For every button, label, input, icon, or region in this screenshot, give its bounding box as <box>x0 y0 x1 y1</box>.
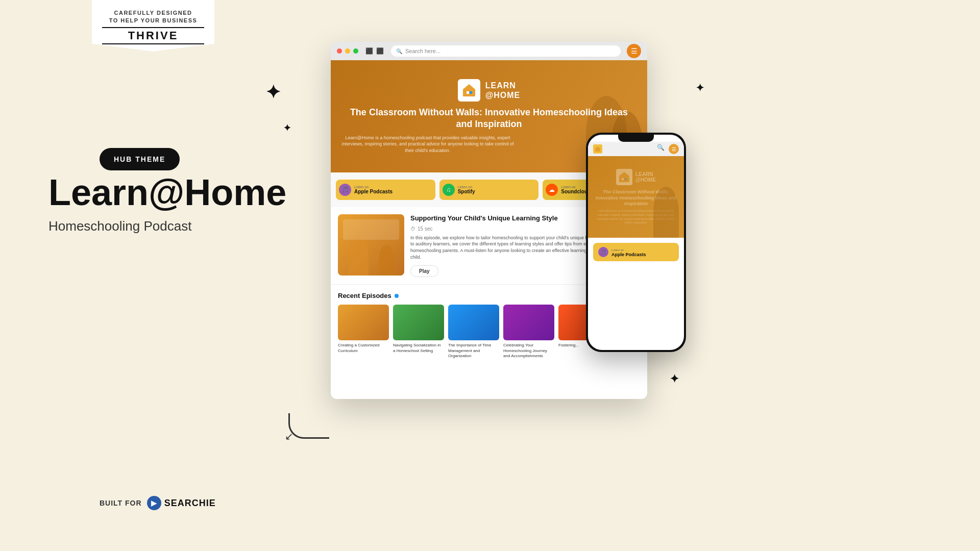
deco-curve-arrow: ↙ <box>288 413 329 439</box>
recent-label-1: Creating a Customized Curriculum <box>338 343 389 354</box>
top-banner: CAREFULLY DESIGNED TO HELP YOUR BUSINESS… <box>92 0 214 52</box>
mobile-menu-button[interactable]: ☰ <box>669 144 679 154</box>
browser-dot-yellow <box>345 48 350 54</box>
svg-marker-1 <box>463 84 475 89</box>
recent-indicator-dot <box>395 294 399 298</box>
mobile-logo-icon <box>593 144 602 154</box>
svg-rect-4 <box>595 148 600 152</box>
svg-marker-5 <box>595 146 600 148</box>
recent-thumb-2 <box>393 305 444 340</box>
searchie-icon: ▶ <box>147 496 161 510</box>
spotify-icon: ♫ <box>443 184 455 196</box>
recent-thumb-4 <box>503 305 554 340</box>
browser-menu-button[interactable]: ☰ <box>627 44 641 58</box>
recent-label-3: The Importance of Time Management and Or… <box>448 343 499 359</box>
mobile-apple-podcasts-icon: 🎵 <box>598 247 608 257</box>
logo-icon <box>458 79 480 102</box>
deco-cross-bottom: ✦ <box>670 372 679 386</box>
mobile-screen: 🔍 ☰ LEARN @HOME <box>588 135 684 350</box>
recent-label-4: Celebrating Your Homeschooling Journey a… <box>503 343 554 359</box>
spotify-button[interactable]: ♫ Listen on Spotify <box>439 180 539 200</box>
searchie-logo: ▶ SEARCHIE <box>147 496 216 510</box>
recent-card-1[interactable]: Creating a Customized Curriculum <box>338 305 389 359</box>
recent-card-3[interactable]: The Importance of Time Management and Or… <box>448 305 499 359</box>
deco-cross-small: ✦ <box>283 122 291 134</box>
browser-dot-green <box>353 48 358 54</box>
mobile-search-icon[interactable]: 🔍 <box>657 144 665 154</box>
mobile-notch <box>618 135 654 142</box>
spotify-text: Listen on Spotify <box>458 185 475 194</box>
mobile-hero-section: LEARN @HOME The Classroom Without Walls:… <box>588 156 684 238</box>
recent-thumb-1 <box>338 305 389 340</box>
brand-name: Learn@Home <box>48 173 304 212</box>
svg-rect-3 <box>470 91 472 94</box>
logo-text: LEARN @HOME <box>485 81 521 100</box>
hero-desc: Learn@Home is a homeschooling podcast th… <box>341 135 514 154</box>
mobile-listen-text: Listen on Apple Podcasts <box>611 247 646 257</box>
soundcloud-icon: ☁ <box>546 184 558 196</box>
mobile-apple-podcasts-button[interactable]: 🎵 Listen on Apple Podcasts <box>593 243 679 261</box>
mobile-browser-bar: 🔍 ☰ <box>588 142 684 156</box>
mobile-mockup: 🔍 ☰ LEARN @HOME <box>586 133 686 352</box>
apple-podcasts-button[interactable]: 🎵 Listen on Apple Podcasts <box>336 180 435 200</box>
recent-label-2: Navigating Socialization in a Homeschool… <box>393 343 444 354</box>
built-for-section: BUILT FOR ▶ SEARCHIE <box>100 496 216 510</box>
episode-thumbnail <box>338 214 404 276</box>
hub-theme-badge: HUB THEME <box>100 148 180 170</box>
recent-card-4[interactable]: Celebrating Your Homeschooling Journey a… <box>503 305 554 359</box>
svg-rect-2 <box>467 91 469 94</box>
mobile-logo-small <box>593 144 602 154</box>
deco-star-large: ✦ <box>265 82 281 103</box>
main-title-area: Learn@Home Homeschooling Podcast <box>48 173 304 234</box>
recent-card-2[interactable]: Navigating Socialization in a Homeschool… <box>393 305 444 359</box>
built-for-label: BUILT FOR <box>100 499 142 507</box>
hero-title: The Classroom Without Walls: Innovative … <box>341 107 637 131</box>
brand-subtitle: Homeschooling Podcast <box>48 218 304 234</box>
browser-search-bar[interactable]: 🔍 Search here... <box>391 45 621 57</box>
learn-home-logo: LEARN @HOME <box>341 79 637 102</box>
apple-podcasts-icon: 🎵 <box>339 184 351 196</box>
searchie-name: SEARCHIE <box>164 498 216 509</box>
banner-thrive: THRIVE <box>102 27 204 44</box>
browser-dot-red <box>337 48 342 54</box>
browser-bar: ⬛ ⬛ 🔍 Search here... ☰ <box>331 42 647 60</box>
play-button[interactable]: Play <box>410 265 438 277</box>
recent-thumb-3 <box>448 305 499 340</box>
banner-line1: CAREFULLY DESIGNED TO HELP YOUR BUSINESS <box>102 9 204 25</box>
search-placeholder: Search here... <box>405 48 440 54</box>
deco-cross-right: ✦ <box>696 82 704 94</box>
mobile-nav-icons: 🔍 ☰ <box>657 144 679 154</box>
apple-podcasts-text: Listen on Apple Podcasts <box>354 185 393 194</box>
